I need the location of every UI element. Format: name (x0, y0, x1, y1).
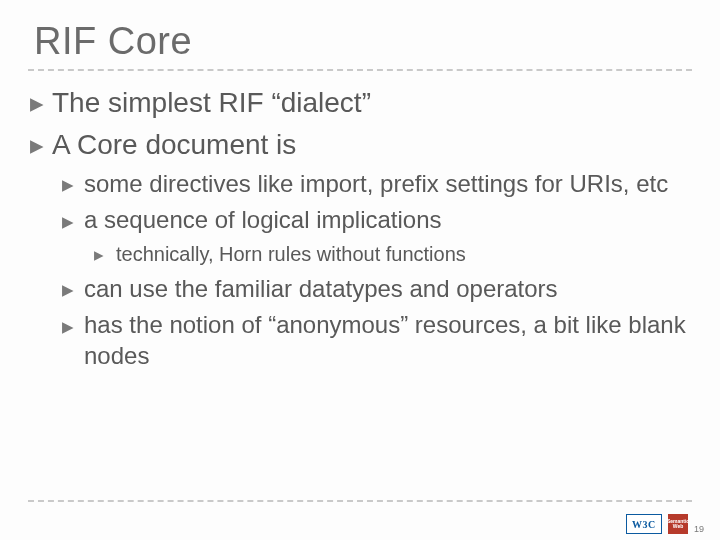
bullet-l1: A Core document is (30, 127, 692, 163)
bullet-l2: some directives like import, prefix sett… (62, 169, 692, 200)
slide: RIF Core The simplest RIF “dialect” A Co… (0, 0, 720, 540)
bullet-l1: The simplest RIF “dialect” (30, 85, 692, 121)
divider (28, 500, 692, 502)
bullet-l2: has the notion of “anonymous” resources,… (62, 310, 692, 371)
slide-title: RIF Core (28, 20, 692, 71)
semantic-web-logo-icon: Semantic Web (668, 514, 688, 534)
bullet-l2: a sequence of logical implications (62, 205, 692, 236)
page-number: 19 (694, 524, 704, 534)
footer: W3C Semantic Web 19 (626, 514, 704, 534)
bullet-l3: technically, Horn rules without function… (94, 242, 692, 268)
w3c-logo-icon: W3C (626, 514, 662, 534)
bullet-list: The simplest RIF “dialect” A Core docume… (28, 85, 692, 372)
bullet-l2: can use the familiar datatypes and opera… (62, 274, 692, 305)
